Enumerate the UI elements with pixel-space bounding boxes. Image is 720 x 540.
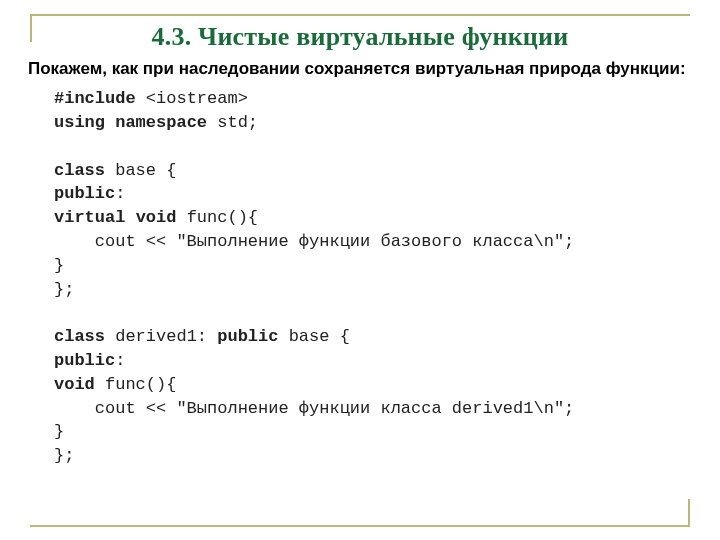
kw-class: class [54, 327, 105, 346]
code-line: }; [54, 280, 74, 299]
rule-top [56, 14, 690, 16]
code-text: : [115, 184, 125, 203]
rule-bottom [30, 525, 664, 527]
code-text: std; [207, 113, 258, 132]
kw-include: #include [54, 89, 136, 108]
kw-class: class [54, 161, 105, 180]
kw-void: void [136, 208, 177, 227]
kw-public: public [54, 351, 115, 370]
code-text: func(){ [95, 375, 177, 394]
code-text: base { [278, 327, 349, 346]
slide: 4.3. Чистые виртуальные функции Покажем,… [0, 0, 720, 540]
page-title: 4.3. Чистые виртуальные функции [28, 22, 692, 52]
code-line: } [54, 422, 64, 441]
code-line: cout << "Выполнение функции класса deriv… [54, 399, 574, 418]
code-line: class base { [54, 161, 176, 180]
corner-bottom-right [662, 499, 690, 527]
code-text: : [115, 351, 125, 370]
code-line: #include <iostream> [54, 89, 248, 108]
intro-text: Покажем, как при наследовании сохраняетс… [28, 58, 692, 79]
code-line: virtual void func(){ [54, 208, 258, 227]
code-line: using namespace std; [54, 113, 258, 132]
code-line: void func(){ [54, 375, 176, 394]
kw-void: void [54, 375, 95, 394]
kw-using: using [54, 113, 105, 132]
code-text [105, 113, 115, 132]
kw-namespace: namespace [115, 113, 207, 132]
code-line: public: [54, 351, 125, 370]
code-text: func(){ [176, 208, 258, 227]
code-block: #include <iostream> using namespace std;… [28, 87, 692, 468]
code-line: class derived1: public base { [54, 327, 350, 346]
code-line: }; [54, 446, 74, 465]
code-text: base { [105, 161, 176, 180]
code-line: public: [54, 184, 125, 203]
kw-public: public [217, 327, 278, 346]
kw-virtual: virtual [54, 208, 125, 227]
code-text: derived1: [105, 327, 217, 346]
code-line: cout << "Выполнение функции базового кла… [54, 232, 574, 251]
code-text: <iostream> [136, 89, 248, 108]
code-text [125, 208, 135, 227]
code-line: } [54, 256, 64, 275]
kw-public: public [54, 184, 115, 203]
